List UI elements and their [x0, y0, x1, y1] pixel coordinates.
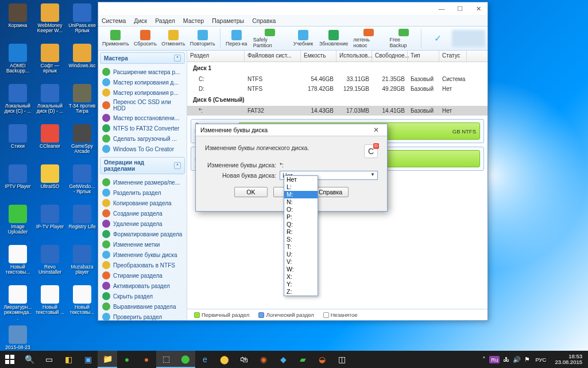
close-button[interactable]: ✕ [469, 2, 488, 15]
desktop-icon[interactable]: IP-TV Player [34, 204, 65, 243]
dropdown-option[interactable]: S: [284, 236, 318, 243]
desktop-icon[interactable]: Софт — ярлык [34, 43, 65, 82]
panel-wizards-header[interactable]: Мастера ˄ [100, 52, 185, 64]
sidebar-item[interactable]: NTFS to FAT32 Converter [100, 123, 184, 133]
desktop-icon[interactable]: Локальный диск (C) - ... [2, 83, 33, 122]
sidebar-item[interactable]: Мастер восстановлени... [100, 113, 184, 123]
taskbar-app[interactable]: ⬤ [215, 351, 234, 368]
sidebar-item[interactable]: Копирование раздела [100, 198, 184, 208]
dropdown-option[interactable]: W: [284, 266, 318, 273]
dropdown-option[interactable]: U: [284, 251, 318, 258]
desktop-icon[interactable]: UniPass.exe Ярлык [67, 2, 98, 41]
ok-button[interactable]: OK [234, 187, 268, 197]
toolbar-button[interactable]: Применить [100, 28, 131, 49]
dropdown-option[interactable]: L: [284, 183, 318, 191]
chevron-up-icon[interactable]: ˄ [174, 162, 181, 169]
dropdown-option[interactable]: Y: [284, 281, 318, 288]
edge-icon[interactable]: e [195, 351, 215, 368]
table-row[interactable]: C:NTFS54.46GB33.11GB21.35GBБазовыйСистем… [187, 74, 488, 84]
desktop-icon[interactable]: AOMEI Backupp... [2, 43, 33, 82]
dropdown-option[interactable]: O: [284, 206, 318, 213]
toolbar-button[interactable]: Учебник [290, 28, 316, 49]
menu-item[interactable]: Система [102, 17, 126, 24]
column-header[interactable]: Раздел [187, 51, 245, 62]
desktop-icon[interactable]: Стихи [2, 123, 33, 162]
network-icon[interactable]: 🖧 [503, 356, 509, 363]
desktop-icon[interactable]: Локальный диск (D) - ... [34, 83, 65, 122]
clock[interactable]: 18:53 23.08.2015 [551, 354, 586, 366]
desktop-icon[interactable]: Корзина [2, 2, 33, 41]
drive-letter-dropdown[interactable]: НетL:M:N:O:P:Q:R:S:T:U:V:W:X:Y:Z: [284, 175, 318, 296]
sidebar-item[interactable]: Мастер копирования р... [100, 87, 184, 98]
desktop-icon[interactable]: Windows.isc [67, 43, 98, 82]
sidebar-item[interactable]: Изменение буквы диска [100, 250, 184, 260]
sidebar-item[interactable]: Выравнивание раздела [100, 301, 184, 312]
column-header[interactable]: Статус [439, 51, 467, 62]
desktop-icon[interactable]: Image Uploader [2, 204, 33, 243]
task-view-icon[interactable]: ▭ [39, 351, 59, 368]
toolbar-button[interactable]: Збновление [318, 28, 350, 49]
sidebar-item[interactable]: Создание раздела [100, 208, 184, 218]
dropdown-option[interactable]: Q: [284, 221, 318, 228]
minimize-button[interactable]: — [432, 2, 451, 15]
sidebar-item[interactable]: Преобразовать в NTFS [100, 260, 184, 270]
taskbar-app[interactable]: ▰ [293, 351, 312, 368]
desktop-icon[interactable]: CCleaner [34, 123, 65, 162]
dropdown-option[interactable]: Z: [284, 288, 318, 296]
sidebar-item[interactable]: Скрыть раздел [100, 291, 184, 301]
sidebar-item[interactable]: Разделить раздел [100, 187, 184, 198]
desktop-icon[interactable]: UltraISO [34, 163, 65, 202]
sidebar-item[interactable]: Стирание раздела [100, 270, 184, 281]
taskbar-app[interactable]: ◧ [59, 351, 78, 368]
desktop-icon[interactable]: Новый текстовы... [67, 284, 98, 323]
sidebar-item[interactable]: Сделать загрузочный ... [100, 133, 184, 144]
column-header[interactable]: Использов... [336, 51, 372, 62]
sidebar-item[interactable]: Проверить раздел [100, 312, 184, 320]
sidebar-item[interactable]: Windows To Go Creator [100, 144, 184, 154]
keyboard-lang[interactable]: РУС [533, 356, 548, 363]
tray-icon[interactable]: ⚑ [524, 356, 530, 363]
taskbar-app[interactable]: ● [137, 351, 156, 368]
toolbar-button[interactable]: Сбросить [132, 28, 158, 49]
menu-item[interactable]: Диск [134, 17, 147, 24]
menu-item[interactable]: Параметры [212, 17, 244, 24]
dropdown-option[interactable]: N: [284, 198, 318, 206]
maximize-button[interactable]: ☐ [451, 2, 469, 15]
taskbar-app[interactable]: ◆ [273, 351, 293, 368]
toolbar-button[interactable]: Перез-ка [223, 28, 250, 49]
desktop-icon[interactable]: Новый текстовый ... [34, 284, 65, 323]
column-header[interactable]: Тип [408, 51, 439, 62]
dialog-close-button[interactable]: ✕ [370, 126, 382, 134]
sidebar-item[interactable]: Мастер копирования д... [100, 77, 184, 87]
tray-chevron-icon[interactable]: ˄ [482, 356, 486, 363]
dropdown-option[interactable]: R: [284, 228, 318, 236]
desktop-icon[interactable]: GameSpy Arcade [67, 123, 98, 162]
dropdown-option[interactable]: T: [284, 243, 318, 251]
dropdown-option[interactable]: V: [284, 258, 318, 266]
taskbar-app[interactable]: ◉ [254, 351, 273, 368]
desktop-icon[interactable]: WebMoney Keeper W... [34, 2, 65, 41]
taskbar-app[interactable]: 📁 [98, 351, 117, 368]
toolbar-button[interactable]: Отменить [160, 28, 187, 49]
desktop-icon[interactable]: Registry Life [67, 204, 98, 243]
menu-item[interactable]: Справка [252, 17, 276, 24]
dropdown-option[interactable]: M: [284, 191, 318, 198]
search-icon[interactable]: 🔍 [20, 351, 39, 368]
taskbar-app[interactable]: ▣ [78, 351, 98, 368]
sidebar-item[interactable]: Форматирование раздела [100, 229, 184, 239]
toolbar-check-icon[interactable]: ✓ [424, 28, 451, 49]
panel-ops-header[interactable]: Операции над разделами ˄ [100, 157, 185, 174]
sidebar-item[interactable]: Изменение метки [100, 239, 184, 250]
desktop-icon[interactable]: Лиературн... рекоменда... [2, 284, 33, 323]
store-icon[interactable]: 🛍 [234, 351, 254, 368]
lang-indicator[interactable]: Ru [489, 356, 500, 363]
desktop-icon[interactable]: Новый текстовы... [2, 244, 33, 283]
column-header[interactable]: Файловая сист... [245, 51, 301, 62]
menu-item[interactable]: Мастер [183, 17, 204, 24]
sidebar-item[interactable]: Расширение мастера р... [100, 67, 184, 77]
toolbar-button[interactable]: Повторить [188, 28, 217, 49]
column-header[interactable]: Свободное... [372, 51, 408, 62]
desktop-icon[interactable]: GetWindo... - Ярлык [67, 163, 98, 202]
taskbar-app[interactable]: ◫ [332, 351, 351, 368]
table-row[interactable]: D:NTFS178.42GB129.15GB49.28GBБазовыйНет [187, 84, 488, 94]
